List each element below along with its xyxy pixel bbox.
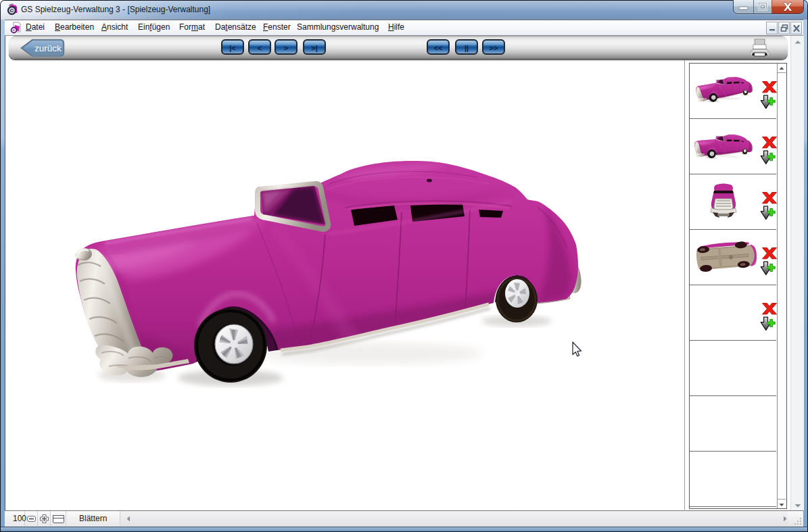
svg-text:zurück: zurück bbox=[34, 43, 62, 53]
